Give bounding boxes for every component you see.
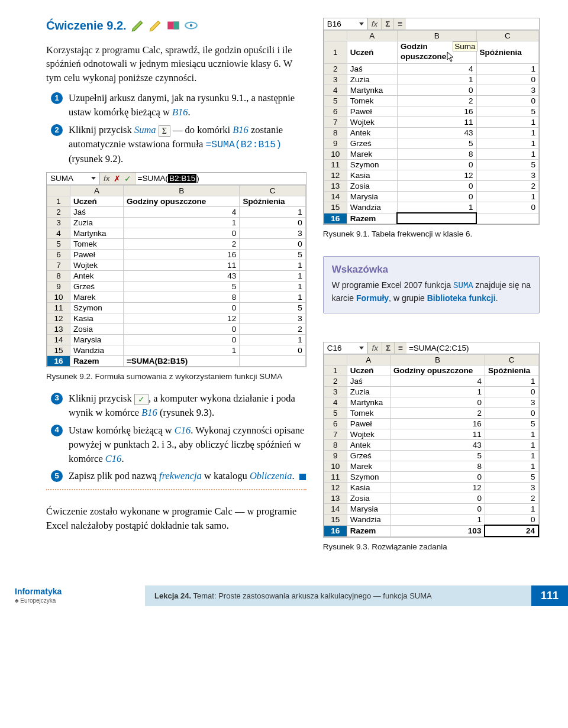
step-bullet-2: 2: [51, 124, 63, 136]
tooltip-suma: Suma: [453, 41, 477, 51]
sigma-icon: Σ: [382, 342, 395, 354]
sigma-icon: Σ: [382, 18, 394, 30]
page-number: 111: [531, 585, 568, 606]
step-bullet-1: 1: [51, 92, 63, 104]
caption-9-2: Rysunek 9.2. Formuła sumowania z wykorzy…: [46, 372, 306, 381]
step-1: 1 Uzupełnij arkusz danymi, jak na rysunk…: [46, 91, 306, 119]
step-3: 3 Kliknij przycisk ✓, a komputer wykona …: [46, 391, 306, 420]
name-box: SUMA: [47, 173, 100, 185]
accept-button-icon: ✓: [134, 394, 149, 405]
dropdown-icon: [359, 347, 364, 350]
fx-icon: fx: [368, 18, 382, 30]
caption-9-1: Rysunek 9.1. Tabela frekwencji w klasie …: [323, 229, 540, 238]
book-icon: [166, 18, 181, 33]
name-box: B16: [324, 18, 368, 30]
cancel-icon: ✗: [114, 174, 121, 183]
equals-icon: =: [394, 18, 406, 30]
hint-box: Wskazówka W programie Excel 2007 funkcja…: [323, 256, 540, 313]
formula-bar: =SUMA(C2:C15): [406, 342, 539, 354]
step-5: 5 Zapisz plik pod nazwą frekwencja w kat…: [46, 469, 306, 483]
exercise-decor-icons: [130, 18, 199, 33]
dotted-separator: [46, 489, 306, 490]
figure-9-1-spreadsheet: B16 fx Σ = ABC 1Uczeń GodzinSumaopuszczo…: [323, 18, 540, 225]
fx-icon: fx ✗ ✓: [100, 173, 135, 185]
step-2: 2 Kliknij przycisk Suma Σ — do komórki B…: [46, 123, 306, 166]
eye-icon: [183, 18, 199, 33]
page-footer: Informatyka ♣ Europejczyka Lekcja 24. Te…: [0, 585, 568, 606]
name-box: C16: [324, 342, 369, 354]
footer-brand: Informatyka ♣ Europejczyka: [0, 585, 145, 606]
exercise-title: Ćwiczenie 9.2.: [46, 18, 306, 33]
cursor-icon: [446, 51, 456, 63]
hint-title: Wskazówka: [332, 264, 531, 276]
footer-lesson: Lekcja 24. Temat: Proste zastosowania ar…: [145, 585, 531, 606]
figure-9-2-spreadsheet: SUMA fx ✗ ✓ =SUMA(B2:B15) ABC 1UczeńGodz…: [46, 172, 306, 367]
accept-icon: ✓: [124, 174, 131, 183]
sigma-button-icon: Σ: [159, 125, 170, 137]
step-bullet-3: 3: [51, 393, 63, 405]
hint-body: W programie Excel 2007 funkcja SUMA znaj…: [332, 279, 531, 305]
svg-point-3: [189, 24, 192, 27]
formula-bar: =SUMA(B2:B15): [135, 173, 306, 185]
step-bullet-5: 5: [51, 470, 63, 482]
caption-9-3: Rysunek 9.3. Rozwiązanie zadania: [323, 542, 540, 551]
end-square-icon: [299, 474, 306, 480]
fx-icon: fx: [368, 342, 382, 354]
closing-note: Ćwiczenie zostało wykonane w programie C…: [46, 504, 306, 533]
pencil-yellow-icon: [148, 18, 163, 33]
equals-icon: =: [395, 342, 406, 354]
svg-rect-1: [173, 22, 179, 30]
dropdown-icon: [359, 22, 364, 25]
step-4: 4 Ustaw komórkę bieżącą w C16. Wykonaj c…: [46, 423, 306, 466]
intro-paragraph: Korzystając z programu Calc, sprawdź, il…: [46, 43, 306, 86]
pencil-green-icon: [130, 18, 146, 33]
dropdown-icon: [91, 177, 96, 180]
step-bullet-4: 4: [51, 425, 63, 436]
figure-9-3-spreadsheet: C16 fx Σ = =SUMA(C2:C15) ABC 1UczeńGodzi…: [323, 342, 540, 538]
